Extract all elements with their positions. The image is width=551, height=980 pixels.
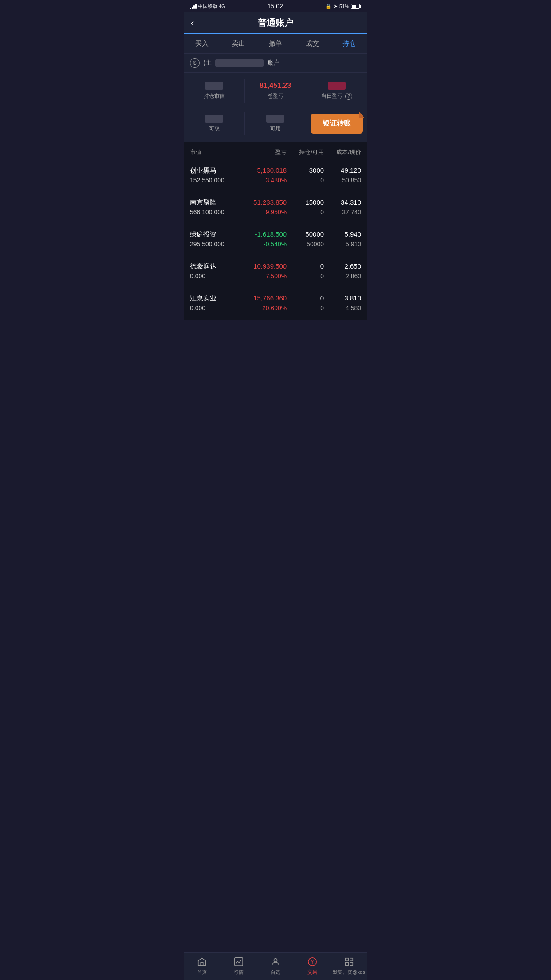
col-header-position: 持仓/可用 bbox=[287, 148, 324, 156]
carrier-label: 中国移动 bbox=[198, 3, 217, 10]
signal-icon bbox=[190, 4, 197, 9]
table-row[interactable]: 创业黑马 5,130.018 3000 49.120 152,550.000 3… bbox=[190, 160, 361, 192]
stock-pos-total-4: 0 bbox=[287, 294, 324, 303]
table-row[interactable]: 南京聚隆 51,233.850 15000 34.310 566,100.000… bbox=[190, 192, 361, 224]
stock-mktval-3: 0.000 bbox=[190, 273, 242, 280]
stock-pos-avail-3: 0 bbox=[287, 273, 324, 280]
stock-price-1: 37.740 bbox=[324, 209, 361, 216]
col-header-pnl: 盈亏 bbox=[242, 148, 287, 156]
battery-icon bbox=[351, 4, 361, 9]
stock-name-2: 绿庭投资 bbox=[190, 230, 242, 239]
stock-mktval-0: 152,550.000 bbox=[190, 177, 242, 184]
stock-pnl-1: 51,233.850 bbox=[242, 198, 287, 207]
stock-pnl-3: 10,939.500 bbox=[242, 262, 287, 271]
tab-deal[interactable]: 成交 bbox=[294, 34, 331, 53]
market-value-label: 持仓市值 bbox=[187, 92, 241, 100]
today-pnl-cell: 当日盈亏 ? bbox=[306, 79, 367, 103]
stock-pos-total-0: 3000 bbox=[287, 166, 324, 175]
stock-pnl-pct-0: 3.480% bbox=[242, 177, 287, 184]
stock-mktval-4: 0.000 bbox=[190, 304, 242, 312]
summary-row2: 可取 可用 银证转账 bbox=[184, 107, 367, 142]
lock-icon: 🔒 bbox=[325, 4, 331, 9]
account-icon: $ bbox=[190, 58, 200, 68]
tab-cancel[interactable]: 撤单 bbox=[257, 34, 294, 53]
stock-pos-avail-0: 0 bbox=[287, 177, 324, 184]
summary-grid: 持仓市值 81,451.23 总盈亏 当日盈亏 ? bbox=[184, 73, 367, 107]
today-pnl-label: 当日盈亏 ? bbox=[310, 92, 364, 100]
header: ‹ 普通账户 bbox=[184, 12, 367, 34]
stock-mktval-2: 295,500.000 bbox=[190, 241, 242, 248]
stock-mktval-1: 566,100.000 bbox=[190, 209, 242, 216]
stock-name-3: 德豪润达 bbox=[190, 262, 242, 271]
stock-cost-0: 49.120 bbox=[324, 166, 361, 175]
market-value-cell: 持仓市值 bbox=[184, 79, 245, 103]
available-cell: 可用 bbox=[245, 112, 306, 135]
status-left: 中国移动 4G bbox=[190, 3, 225, 10]
tab-sell[interactable]: 卖出 bbox=[220, 34, 257, 53]
total-pnl-label: 总盈亏 bbox=[248, 92, 302, 100]
withdrawable-label: 可取 bbox=[187, 125, 241, 133]
table-header: 市值 盈亏 持仓/可用 成本/现价 bbox=[190, 142, 361, 160]
stock-pos-avail-2: 50000 bbox=[287, 241, 324, 248]
stock-cost-4: 3.810 bbox=[324, 294, 361, 303]
stock-pos-total-3: 0 bbox=[287, 262, 324, 271]
stock-pnl-2: -1,618.500 bbox=[242, 230, 287, 239]
total-pnl-value: 81,451.23 bbox=[248, 82, 302, 90]
stock-name-4: 江泉实业 bbox=[190, 294, 242, 303]
stock-price-0: 50.850 bbox=[324, 177, 361, 184]
time-label: 15:02 bbox=[268, 3, 283, 10]
account-suffix: 账户 bbox=[267, 59, 279, 67]
tab-buy[interactable]: 买入 bbox=[184, 34, 220, 53]
today-pnl-value bbox=[310, 82, 364, 90]
stock-cost-3: 2.650 bbox=[324, 262, 361, 271]
back-button[interactable]: ‹ bbox=[191, 17, 194, 29]
page-title: 普通账户 bbox=[258, 17, 293, 29]
available-label: 可用 bbox=[248, 125, 302, 133]
account-prefix: (主 bbox=[203, 59, 212, 67]
table-row[interactable]: 绿庭投资 -1,618.500 50000 5.940 295,500.000 … bbox=[190, 224, 361, 256]
stock-name-1: 南京聚隆 bbox=[190, 198, 242, 207]
network-label: 4G bbox=[219, 4, 225, 9]
account-number-blurred bbox=[215, 59, 264, 67]
stock-pnl-pct-3: 7.500% bbox=[242, 273, 287, 280]
total-pnl-cell: 81,451.23 总盈亏 bbox=[245, 79, 306, 103]
stock-price-2: 5.910 bbox=[324, 241, 361, 248]
tab-position[interactable]: 持仓 bbox=[331, 34, 367, 53]
stock-pnl-pct-4: 20.690% bbox=[242, 304, 287, 312]
account-bar: $ (主 账户 bbox=[184, 54, 367, 73]
stocks-container: 创业黑马 5,130.018 3000 49.120 152,550.000 3… bbox=[190, 160, 361, 320]
withdrawable-value bbox=[187, 115, 241, 122]
status-bar: 中国移动 4G 15:02 🔒 ➤ 51% bbox=[184, 0, 367, 12]
stock-pos-total-2: 50000 bbox=[287, 230, 324, 239]
stock-pnl-0: 5,130.018 bbox=[242, 166, 287, 175]
transfer-button[interactable]: 银证转账 bbox=[311, 114, 363, 134]
available-value bbox=[248, 115, 302, 122]
stock-cost-1: 34.310 bbox=[324, 198, 361, 207]
stock-pos-avail-1: 0 bbox=[287, 209, 324, 216]
battery-label: 51% bbox=[339, 4, 349, 9]
stock-pos-avail-4: 0 bbox=[287, 304, 324, 312]
col-header-cost: 成本/现价 bbox=[324, 148, 361, 156]
tab-bar: 买入 卖出 撤单 成交 持仓 bbox=[184, 34, 367, 54]
table-row[interactable]: 江泉实业 15,766.360 0 3.810 0.000 20.690% 0 … bbox=[190, 288, 361, 320]
col-header-market-value: 市值 bbox=[190, 148, 242, 156]
stock-price-4: 4.580 bbox=[324, 304, 361, 312]
location-icon: ➤ bbox=[333, 3, 338, 9]
stock-pos-total-1: 15000 bbox=[287, 198, 324, 207]
stock-pnl-4: 15,766.360 bbox=[242, 294, 287, 303]
stock-cost-2: 5.940 bbox=[324, 230, 361, 239]
market-value-display bbox=[187, 82, 241, 90]
stock-pnl-pct-1: 9.950% bbox=[242, 209, 287, 216]
status-right: 🔒 ➤ 51% bbox=[325, 3, 361, 9]
withdrawable-cell: 可取 bbox=[184, 112, 245, 135]
help-icon[interactable]: ? bbox=[345, 93, 352, 100]
stock-pnl-pct-2: -0.540% bbox=[242, 241, 287, 248]
table-row[interactable]: 德豪润达 10,939.500 0 2.650 0.000 7.500% 0 2… bbox=[190, 256, 361, 288]
holdings-section: 市值 盈亏 持仓/可用 成本/现价 创业黑马 5,130.018 3000 49… bbox=[184, 142, 367, 320]
stock-price-3: 2.860 bbox=[324, 273, 361, 280]
stock-name-0: 创业黑马 bbox=[190, 166, 242, 175]
